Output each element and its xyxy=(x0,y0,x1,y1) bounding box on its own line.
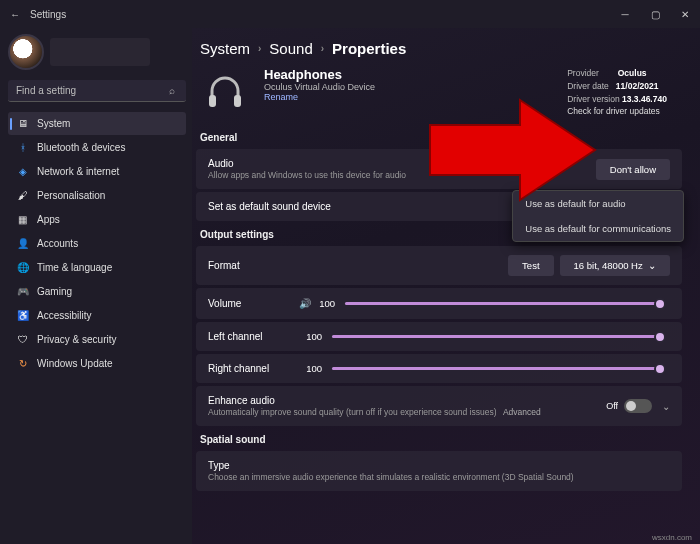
menu-use-default-audio[interactable]: Use as default for audio xyxy=(513,191,683,216)
left-value: 100 xyxy=(298,331,322,342)
globe-icon: 🌐 xyxy=(16,261,29,274)
crumb-system[interactable]: System xyxy=(200,40,250,57)
chevron-down-icon: ⌄ xyxy=(662,401,670,412)
window-title: Settings xyxy=(30,9,610,20)
system-icon: 🖥 xyxy=(16,117,29,130)
sidebar-item-update[interactable]: ↻Windows Update xyxy=(8,352,186,375)
chevron-right-icon: › xyxy=(321,43,324,54)
breadcrumb: System › Sound › Properties xyxy=(200,40,682,57)
main-panel: System › Sound › Properties Headphones O… xyxy=(192,28,700,544)
search-input[interactable]: Find a setting ⌕ xyxy=(8,80,186,102)
sidebar-item-accessibility[interactable]: ♿Accessibility xyxy=(8,304,186,327)
rename-link[interactable]: Rename xyxy=(264,92,375,102)
close-button[interactable]: ✕ xyxy=(670,0,700,28)
volume-slider[interactable] xyxy=(345,302,660,305)
wifi-icon: ◈ xyxy=(16,165,29,178)
sidebar-item-apps[interactable]: ▦Apps xyxy=(8,208,186,231)
user-account-row[interactable] xyxy=(8,34,186,70)
brush-icon: 🖌 xyxy=(16,189,29,202)
check-updates-link[interactable]: Check for driver updates xyxy=(567,105,682,118)
maximize-button[interactable]: ▢ xyxy=(640,0,670,28)
search-icon: ⌕ xyxy=(165,84,178,97)
sidebar-item-system[interactable]: 🖥System xyxy=(8,112,186,135)
sidebar-item-network[interactable]: ◈Network & internet xyxy=(8,160,186,183)
sidebar-item-bluetooth[interactable]: ᚼBluetooth & devices xyxy=(8,136,186,159)
sidebar-item-accounts[interactable]: 👤Accounts xyxy=(8,232,186,255)
accessibility-icon: ♿ xyxy=(16,309,29,322)
device-subtitle: Oculus Virtual Audio Device xyxy=(264,82,375,92)
sidebar-item-time[interactable]: 🌐Time & language xyxy=(8,256,186,279)
advanced-link[interactable]: Advanced xyxy=(503,407,541,417)
dont-allow-button[interactable]: Don't allow xyxy=(596,159,670,180)
format-dropdown[interactable]: 16 bit, 48000 Hz ⌄ xyxy=(560,255,670,276)
enhance-audio-row[interactable]: Enhance audioAutomatically improve sound… xyxy=(196,386,682,426)
headphones-icon xyxy=(200,67,250,117)
avatar xyxy=(8,34,44,70)
update-icon: ↻ xyxy=(16,357,29,370)
spatial-type-row[interactable]: TypeChoose an immersive audio experience… xyxy=(196,451,682,491)
left-channel-row: Left channel 100 xyxy=(196,322,682,351)
gaming-icon: 🎮 xyxy=(16,285,29,298)
svg-rect-0 xyxy=(209,95,216,107)
apps-icon: ▦ xyxy=(16,213,29,226)
driver-info: Provider Oculus Driver date 11/02/2021 D… xyxy=(567,67,682,118)
accounts-icon: 👤 xyxy=(16,237,29,250)
crumb-sound[interactable]: Sound xyxy=(269,40,312,57)
right-slider[interactable] xyxy=(332,367,660,370)
format-row: Format Test 16 bit, 48000 Hz ⌄ xyxy=(196,246,682,285)
window-controls: ─ ▢ ✕ xyxy=(610,0,700,28)
watermark: wsxdn.com xyxy=(652,533,692,542)
test-button[interactable]: Test xyxy=(508,255,553,276)
crumb-properties: Properties xyxy=(332,40,406,57)
sidebar: Find a setting ⌕ 🖥System ᚼBluetooth & de… xyxy=(0,28,192,544)
back-icon[interactable]: ← xyxy=(10,9,20,20)
volume-value: 100 xyxy=(311,298,335,309)
bluetooth-icon: ᚼ xyxy=(16,141,29,154)
minimize-button[interactable]: ─ xyxy=(610,0,640,28)
user-name-redacted xyxy=(50,38,150,66)
sidebar-item-privacy[interactable]: 🛡Privacy & security xyxy=(8,328,186,351)
speaker-icon[interactable]: 🔊 xyxy=(298,297,311,310)
volume-row: Volume 🔊 100 xyxy=(196,288,682,319)
left-slider[interactable] xyxy=(332,335,660,338)
device-info: Headphones Oculus Virtual Audio Device R… xyxy=(264,67,375,118)
audio-row: AudioAllow apps and Windows to use this … xyxy=(196,149,682,189)
right-channel-row: Right channel 100 xyxy=(196,354,682,383)
enhance-toggle[interactable] xyxy=(624,399,652,413)
device-name: Headphones xyxy=(264,67,375,82)
right-value: 100 xyxy=(298,363,322,374)
chevron-right-icon: › xyxy=(258,43,261,54)
device-hero: Headphones Oculus Virtual Audio Device R… xyxy=(200,67,682,118)
toggle-label: Off xyxy=(606,401,618,411)
section-general-title: General xyxy=(200,132,682,143)
sidebar-item-personalisation[interactable]: 🖌Personalisation xyxy=(8,184,186,207)
titlebar: ← Settings ─ ▢ ✕ xyxy=(0,0,700,28)
menu-use-default-communications[interactable]: Use as default for communications xyxy=(513,216,683,241)
default-device-menu: Use as default for audio Use as default … xyxy=(512,190,684,242)
svg-rect-1 xyxy=(234,95,241,107)
shield-icon: 🛡 xyxy=(16,333,29,346)
section-spatial-title: Spatial sound xyxy=(200,434,682,445)
sidebar-item-gaming[interactable]: 🎮Gaming xyxy=(8,280,186,303)
